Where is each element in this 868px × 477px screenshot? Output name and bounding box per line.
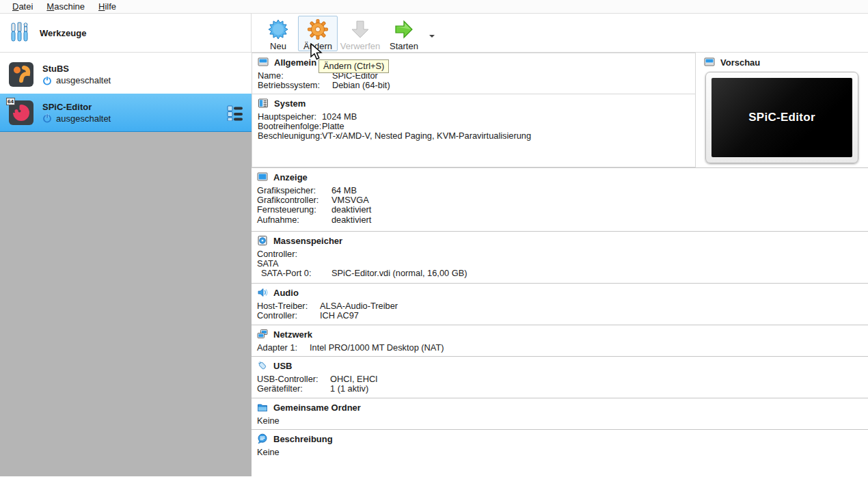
- section-display: Anzeige Grafikspeicher:64 MB Grafikcontr…: [252, 167, 868, 231]
- detail-row: Controller:ICH AC97: [257, 311, 868, 321]
- detail-row: SATA: [257, 259, 868, 269]
- menu-maschine[interactable]: Maschine: [40, 1, 92, 12]
- detail-row: Keine: [257, 448, 868, 457]
- details-pane: Allgemein Name:SPiC-Editor Betriebssyste…: [252, 53, 868, 476]
- section-network: Netzwerk Adapter 1:Intel PRO/1000 MT Des…: [252, 325, 868, 356]
- section-shared-folders: Gemeinsame Ordner Keine: [252, 398, 868, 429]
- vm-name: SPiC-Editor: [42, 102, 217, 112]
- detail-row: Keine: [257, 416, 868, 426]
- power-icon: [42, 113, 52, 123]
- discard-arrow-icon: [349, 18, 371, 40]
- detail-row: Bootreihenfolge:Platte: [258, 122, 695, 131]
- spic-editor-vm-icon: 64: [8, 100, 34, 126]
- preview-screen: SPiC-Editor: [711, 78, 852, 157]
- detail-row: Fernsteuerung:deaktiviert: [257, 205, 868, 215]
- settings-tooltip: Ändern (Ctrl+S): [318, 59, 389, 73]
- section-title[interactable]: Anzeige: [273, 172, 308, 182]
- virtualbox-manager-window: Datei Maschine Hilfe: [0, 0, 868, 477]
- section-title[interactable]: Netzwerk: [273, 329, 312, 340]
- new-vm-button[interactable]: Neu: [258, 16, 298, 51]
- settings-gear-icon: [307, 18, 329, 40]
- detail-row: Betriebssystem:Debian (64-bit): [258, 81, 695, 90]
- start-arrow-icon: [393, 18, 415, 40]
- tools-icon: [10, 21, 30, 44]
- section-title[interactable]: Gemeinsame Ordner: [273, 403, 361, 413]
- shared-folders-icon: [257, 402, 268, 413]
- toolbar: Neu: [252, 14, 868, 53]
- preview-panel: Vorschau SPiC-Editor: [696, 53, 868, 167]
- detail-row: Hauptspeicher:1024 MB: [258, 112, 695, 122]
- detail-row: Adapter 1:Intel PRO/1000 MT Desktop (NAT…: [257, 343, 868, 353]
- preview-vm-label: SPiC-Editor: [748, 111, 815, 124]
- section-title[interactable]: System: [274, 98, 306, 109]
- section-title[interactable]: Massenspeicher: [273, 236, 342, 246]
- section-title[interactable]: Allgemein: [274, 57, 316, 68]
- sidebar: Werkzeuge StuBS: [0, 14, 252, 476]
- menu-hilfe[interactable]: Hilfe: [92, 1, 123, 12]
- vm-status-text: ausgeschaltet: [56, 113, 111, 124]
- power-icon: [42, 76, 52, 85]
- tools-header[interactable]: Werkzeuge: [0, 14, 252, 53]
- preview-icon: [704, 57, 715, 68]
- vm-item-spic-editor[interactable]: 64 SPiC-Editor aus: [0, 94, 252, 132]
- usb-icon: [257, 360, 268, 371]
- section-audio: Audio Host-Treiber:ALSA-Audio-Treiber Co…: [252, 283, 868, 325]
- section-general: Allgemein Name:SPiC-Editor Betriebssyste…: [252, 53, 696, 94]
- sidebar-empty-area: [0, 132, 252, 476]
- detail-row: Aufnahme:deaktiviert: [257, 215, 868, 225]
- section-title[interactable]: Beschreibung: [273, 434, 333, 444]
- tools-label: Werkzeuge: [40, 28, 86, 38]
- audio-icon: [257, 287, 268, 298]
- vm-name: StuBS: [42, 64, 245, 74]
- detail-row: SATA-Port 0:SPiC-Editor.vdi (normal, 16,…: [257, 269, 868, 278]
- system-icon: [258, 98, 269, 109]
- detail-row: Grafikspeicher:64 MB: [257, 186, 868, 195]
- menu-datei[interactable]: Datei: [5, 1, 40, 12]
- section-description: Beschreibung Keine: [252, 429, 868, 475]
- vm-status-text: ausgeschaltet: [56, 75, 111, 85]
- stubs-vm-icon: [8, 62, 34, 87]
- vm-details-list-icon[interactable]: [226, 105, 245, 121]
- storage-icon: [257, 235, 268, 246]
- preview-title: Vorschau: [720, 57, 760, 68]
- network-icon: [257, 329, 268, 340]
- start-button[interactable]: Starten: [383, 16, 425, 51]
- section-title[interactable]: USB: [273, 361, 292, 371]
- 64bit-badge: 64: [6, 98, 15, 105]
- vm-list: StuBS ausgeschaltet: [0, 53, 252, 132]
- new-vm-icon: [267, 18, 289, 40]
- section-usb: USB USB-Controller:OHCI, EHCI Gerätefilt…: [252, 356, 868, 398]
- detail-row: Grafikcontroller:VMSVGA: [257, 195, 868, 205]
- discard-button[interactable]: Verwerfen: [338, 16, 383, 51]
- section-storage: Massenspeicher Controller: SATA SATA-Por…: [252, 231, 868, 283]
- detail-row: Beschleunigung:VT-x/AMD-V, Nested Paging…: [258, 131, 695, 141]
- detail-row: Controller:: [257, 249, 868, 259]
- description-icon: [257, 433, 268, 444]
- detail-row: USB-Controller:OHCI, EHCI: [257, 374, 868, 384]
- vm-item-stubs[interactable]: StuBS ausgeschaltet: [0, 55, 252, 94]
- section-system: System Hauptspeicher:1024 MB Bootreihenf…: [252, 94, 696, 167]
- start-dropdown-arrow[interactable]: [429, 35, 435, 38]
- preview-monitor: SPiC-Editor: [705, 72, 858, 163]
- detail-row: Host-Treiber:ALSA-Audio-Treiber: [257, 301, 868, 311]
- menubar: Datei Maschine Hilfe: [0, 0, 868, 14]
- display-icon: [257, 172, 268, 182]
- section-title[interactable]: Audio: [273, 288, 299, 298]
- detail-row: Gerätefilter:1 (1 aktiv): [257, 384, 868, 394]
- settings-button[interactable]: Ändern: [298, 16, 338, 51]
- general-icon: [258, 57, 269, 68]
